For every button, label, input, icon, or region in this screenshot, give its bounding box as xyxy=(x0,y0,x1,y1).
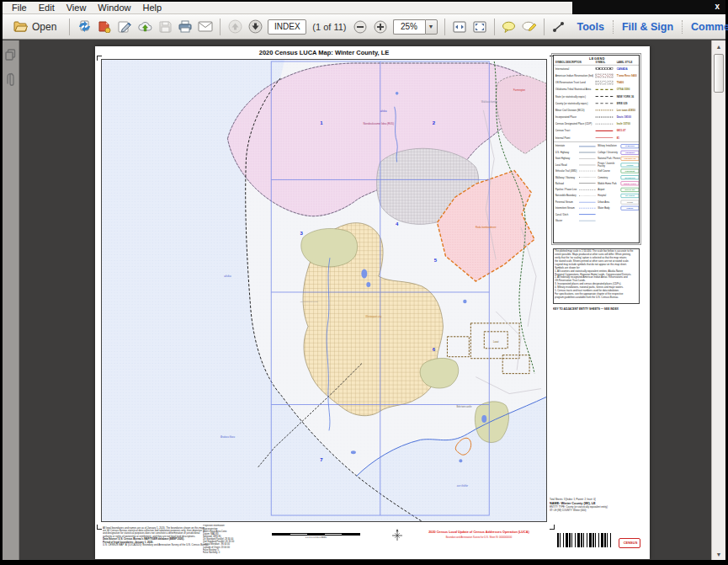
legend-area-rows: International CANADA American Indian Res… xyxy=(554,65,640,141)
legend-symbol xyxy=(579,152,596,153)
zoom-level-value[interactable]: 25% xyxy=(393,19,425,35)
zoom-out-button[interactable] xyxy=(351,18,369,36)
plus-icon xyxy=(374,20,387,34)
legend-color-box: Lorton xyxy=(621,163,640,167)
fit-width-button[interactable] xyxy=(450,18,469,36)
legend-row: Minor Civil Division (MCD) Lee town 4185… xyxy=(554,106,640,113)
legend-line-rows: Interstate U.S. Highway xyxy=(555,143,598,224)
envelope-icon xyxy=(198,21,213,32)
map-notes: The plotted map scale is 1:50,000. The s… xyxy=(553,248,640,304)
legend-row: Prison / Juvenile Facility Lorton xyxy=(598,162,639,168)
send-file-icon xyxy=(98,20,111,33)
legend-row: Golf Course Pinehurst xyxy=(598,168,639,174)
cloud-upload-icon xyxy=(138,21,152,33)
entity-info: Total Sheets: 3 [Index: 1; Parent: 2; In… xyxy=(550,498,649,512)
menu-item[interactable]: Help xyxy=(136,2,167,13)
attachments-icon[interactable] xyxy=(6,72,15,88)
legend-symbol xyxy=(579,158,596,159)
map-title: 2020 Census LUCA Map: Winter County, LE xyxy=(95,49,553,56)
legend-row: Census Designated Place (CDP) Inole 3370… xyxy=(554,120,640,127)
legend-row: State (or statistically equiv.) NEW YORK… xyxy=(554,93,640,99)
pdf-page: 2020 Census LUCA Map: Winter County, LE xyxy=(95,46,650,559)
tools-button[interactable]: Tools xyxy=(569,21,613,33)
legend-symbol xyxy=(579,221,596,221)
legend-row: State Highway xyxy=(555,156,598,162)
printer-icon xyxy=(178,20,193,33)
scrollbar-thumb[interactable] xyxy=(714,54,724,93)
legend-row: Military Installation Ft Belvoir xyxy=(598,143,639,149)
menu-item[interactable]: Window xyxy=(92,2,136,13)
toolbar-separator xyxy=(220,19,221,35)
sign-button[interactable] xyxy=(115,18,134,36)
road-label: otterwhitefield roms xyxy=(300,301,318,303)
minus-icon xyxy=(353,20,367,34)
save-file-button[interactable] xyxy=(75,18,93,36)
legend-row: American Indian Reservation (fed) T'ama … xyxy=(554,72,640,79)
legend-symbol xyxy=(579,165,596,166)
legend-row: Local Road xyxy=(555,162,598,168)
comment-panel-button[interactable]: Comment xyxy=(683,21,728,33)
legend-symbol xyxy=(596,74,614,77)
page-number-input[interactable] xyxy=(268,19,306,35)
legend: LEGEND SYMBOL DESCRIPTION SYMBOL LABEL S… xyxy=(553,55,640,243)
military-label: Lasat xyxy=(493,340,499,344)
legend-symbol xyxy=(579,202,596,203)
legend-poly-rows: Military Installation Ft Belvoir College… xyxy=(598,143,639,224)
print-button[interactable] xyxy=(176,18,194,36)
zoom-dropdown-button[interactable]: ▼ xyxy=(425,19,438,35)
zoom-in-button[interactable] xyxy=(371,18,390,36)
legend-row: Perennial Stream xyxy=(555,199,598,205)
toolbar-separator xyxy=(444,19,445,35)
close-icon[interactable]: x xyxy=(715,3,720,11)
corner-mark xyxy=(97,525,102,530)
titlebar-right: x xyxy=(572,0,725,14)
comment-bubble-icon xyxy=(502,21,516,33)
legend-symbol xyxy=(596,137,614,138)
north-arrow-icon xyxy=(391,528,403,541)
folder-icon xyxy=(13,21,28,32)
legend-row: International CANADA xyxy=(554,65,640,72)
send-file-button[interactable] xyxy=(95,18,114,36)
email-button[interactable] xyxy=(196,18,215,36)
legend-row: Vehicular Trail (4WD) xyxy=(555,168,598,174)
footer-disclaimer: All legal boundaries and names are as of… xyxy=(103,526,199,546)
legend-symbol xyxy=(596,109,614,110)
legend-color-box: Pacific xyxy=(621,206,640,211)
fill-sign-button[interactable]: Fill & Sign xyxy=(614,21,682,33)
fit-page-button[interactable] xyxy=(470,18,489,36)
sticky-note-button[interactable] xyxy=(500,18,518,36)
scroll-up-button[interactable]: ▲ xyxy=(713,40,725,52)
open-button[interactable]: Open xyxy=(8,18,64,36)
previous-page-button[interactable] xyxy=(226,18,244,36)
legend-row: Pipeline / Power Line xyxy=(555,187,598,193)
share-button[interactable] xyxy=(550,18,568,36)
document-viewport[interactable]: 2020 Census LUCA Map: Winter County, LE xyxy=(19,40,711,560)
app-window: FileEditViewWindowHelp x Open xyxy=(3,2,725,560)
census-logo: CENSUS xyxy=(619,538,640,548)
highlight-button[interactable] xyxy=(520,18,539,36)
reservation-label: Nondoukoume Idea (R05) xyxy=(364,122,394,125)
menu-item[interactable]: Edit xyxy=(33,2,61,13)
page-thumbnails-icon[interactable] xyxy=(5,49,16,61)
scroll-down-button[interactable]: ▼ xyxy=(713,548,725,560)
link-icon xyxy=(552,21,565,33)
vertical-scrollbar[interactable]: ▲ ▼ xyxy=(711,40,725,560)
legend-row: Incorporated Place Davis 18100 xyxy=(554,114,640,120)
save-sync-icon xyxy=(77,20,92,33)
open-label: Open xyxy=(32,21,56,33)
next-page-button[interactable] xyxy=(246,18,264,36)
legend-color-box: Dulles Intl xyxy=(621,188,640,192)
legend-row: Interstate xyxy=(555,143,598,149)
legend-row: College / University Gallaudet xyxy=(598,149,639,155)
menu-item[interactable]: File xyxy=(6,2,33,13)
legend-color-box: Yosemite NP xyxy=(621,157,640,161)
cloud-upload-button[interactable] xyxy=(136,18,154,36)
legend-color-box: St. Lukes xyxy=(621,194,640,198)
legend-symbol xyxy=(579,195,596,196)
highlighter-icon xyxy=(522,21,537,33)
legend-row: Urban Area Urban xyxy=(598,199,639,205)
menu-item[interactable]: View xyxy=(61,2,93,13)
legend-row: Intermittent Stream xyxy=(555,205,598,211)
scale-bar-label: 1.5 0 1.5 3 4.5 Miles xyxy=(272,536,360,539)
save-disk-button[interactable] xyxy=(156,18,174,36)
